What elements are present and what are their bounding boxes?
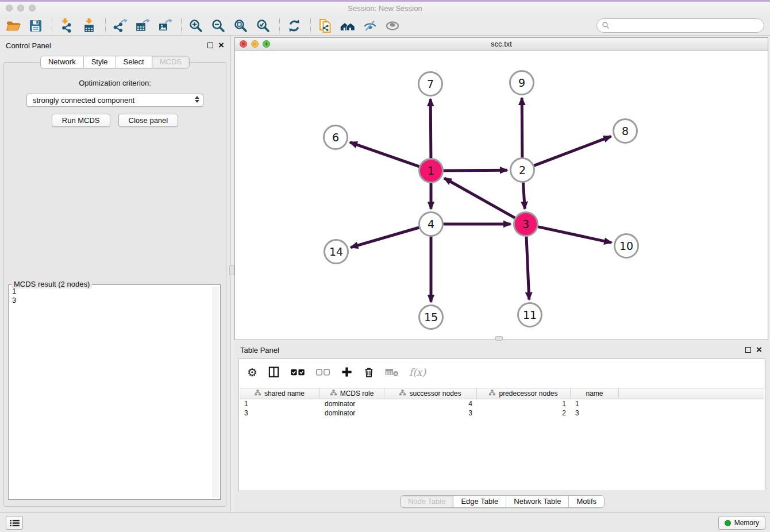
table-cell[interactable]: 4 <box>384 399 477 408</box>
table-cell[interactable]: 3 <box>384 408 477 418</box>
app-title: Session: New Session <box>0 4 770 13</box>
tab-select[interactable]: Select <box>116 56 152 68</box>
float-panel-icon[interactable] <box>207 43 213 48</box>
panel-splitter-handle[interactable] <box>229 265 234 275</box>
edge-4-14[interactable] <box>351 228 419 248</box>
svg-text:1: 1 <box>428 164 434 177</box>
mcds-result-item: 1 <box>12 287 212 296</box>
node-4[interactable]: 4 <box>419 213 443 236</box>
run-mcds-button[interactable]: Run MCDS <box>52 114 110 127</box>
node-3[interactable]: 3 <box>514 213 538 236</box>
optimization-dropdown[interactable]: strongly connected component <box>26 94 203 107</box>
table-cell[interactable]: 1 <box>240 399 320 408</box>
node-2[interactable]: 2 <box>511 159 534 182</box>
table-cell[interactable]: 1 <box>571 399 619 408</box>
tab-network-table[interactable]: Network Table <box>506 496 569 507</box>
delete-column-icon[interactable] <box>363 364 375 381</box>
zoom-selected-icon[interactable] <box>255 17 272 34</box>
clone-network-icon[interactable] <box>317 17 334 34</box>
column-header-successor-nodes[interactable]: successor nodes <box>384 388 477 399</box>
import-network-icon[interactable] <box>58 17 75 34</box>
export-image-icon[interactable] <box>156 17 174 34</box>
node-6[interactable]: 6 <box>324 126 348 149</box>
memory-status-dot <box>725 520 731 526</box>
column-header-MCDS-role[interactable]: MCDS role <box>320 388 384 399</box>
node-14[interactable]: 14 <box>325 240 348 264</box>
node-15[interactable]: 15 <box>419 306 443 329</box>
node-8[interactable]: 8 <box>614 119 637 143</box>
app-titlebar: Session: New Session <box>0 2 770 16</box>
node-1[interactable]: 1 <box>419 159 443 183</box>
edge-3-11[interactable] <box>526 237 529 300</box>
table-cell[interactable]: 1 <box>477 399 571 408</box>
close-panel-button[interactable]: Close panel <box>118 114 179 127</box>
column-layout-icon[interactable] <box>268 364 280 381</box>
tab-motifs[interactable]: Motifs <box>569 496 604 507</box>
save-session-icon[interactable] <box>27 17 44 34</box>
table-cell[interactable]: 3 <box>240 408 320 418</box>
table-cell[interactable]: 2 <box>477 408 571 418</box>
table-cell[interactable]: 3 <box>571 408 619 418</box>
show-panels-button[interactable] <box>6 516 23 530</box>
svg-text:2: 2 <box>519 164 526 176</box>
close-table-panel-icon[interactable]: × <box>756 347 762 353</box>
node-11[interactable]: 11 <box>518 303 542 327</box>
tab-style[interactable]: Style <box>84 56 116 68</box>
settings-icon[interactable]: ⚙ <box>247 364 257 381</box>
tab-network[interactable]: Network <box>41 56 84 68</box>
edge-2-9[interactable] <box>522 98 522 158</box>
column-header-shared-name[interactable]: shared name <box>240 388 320 399</box>
add-column-icon[interactable] <box>341 364 353 381</box>
result-scrollbar[interactable] <box>213 287 219 498</box>
window-splitter-handle[interactable] <box>495 336 503 341</box>
tab-edge-table[interactable]: Edge Table <box>453 496 506 507</box>
search-input[interactable] <box>610 19 764 32</box>
select-all-icon[interactable] <box>290 364 305 381</box>
column-header-predecessor-nodes[interactable]: predecessor nodes <box>477 388 571 399</box>
mcds-result-list[interactable]: 13 <box>10 287 212 498</box>
svg-text:7: 7 <box>427 78 434 90</box>
edge-1-7[interactable] <box>430 99 431 159</box>
table-cell[interactable]: dominator <box>320 408 384 418</box>
column-header-name[interactable]: name <box>571 388 619 399</box>
zoom-out-icon[interactable] <box>210 17 227 34</box>
node-10[interactable]: 10 <box>615 234 638 258</box>
table-row[interactable]: 1dominator411 <box>240 399 764 408</box>
export-table-icon[interactable] <box>134 17 151 34</box>
edge-2-8[interactable] <box>534 136 611 165</box>
import-table-icon[interactable] <box>80 17 98 34</box>
float-table-panel-icon[interactable] <box>745 347 751 353</box>
tab-node-table[interactable]: Node Table <box>401 496 454 507</box>
table-panel-title: Table Panel <box>240 346 279 354</box>
edge-2-3[interactable] <box>523 183 525 209</box>
hide-graphics-icon[interactable] <box>361 17 379 34</box>
network-canvas[interactable]: 7968124314101511 <box>235 51 768 340</box>
close-panel-icon[interactable]: × <box>218 43 224 48</box>
tab-mcds[interactable]: MCDS <box>152 56 189 68</box>
table-panel-tabs: Node TableEdge TableNetwork TableMotifs <box>400 495 605 508</box>
zoom-fit-icon[interactable] <box>232 17 249 34</box>
control-panel-tabs: NetworkStyleSelectMCDS <box>40 56 190 68</box>
edge-1-6[interactable] <box>350 142 419 167</box>
svg-text:4: 4 <box>428 218 434 230</box>
zoom-in-icon[interactable] <box>187 17 205 34</box>
node-7[interactable]: 7 <box>419 72 442 96</box>
toolbar-separator <box>52 18 52 33</box>
node-9[interactable]: 9 <box>510 71 534 95</box>
open-file-icon[interactable] <box>5 17 22 34</box>
edge-3-10[interactable] <box>538 227 611 243</box>
svg-text:15: 15 <box>424 311 438 323</box>
table-cell[interactable]: dominator <box>320 399 384 408</box>
table-toolbar: ⚙f(x) <box>239 359 765 385</box>
svg-text:10: 10 <box>619 240 633 252</box>
network-graph[interactable]: 7968124314101511 <box>235 51 768 340</box>
table-row[interactable]: 3dominator323 <box>240 408 764 418</box>
refresh-layout-icon[interactable] <box>286 17 303 34</box>
memory-button[interactable]: Memory <box>718 516 765 530</box>
deselect-all-icon[interactable] <box>315 364 330 381</box>
edge-1-2[interactable] <box>444 170 507 171</box>
show-graphics-icon <box>384 17 401 34</box>
export-network-icon[interactable] <box>111 17 129 34</box>
edge-3-1[interactable] <box>444 178 515 218</box>
home-icon[interactable] <box>339 17 356 34</box>
